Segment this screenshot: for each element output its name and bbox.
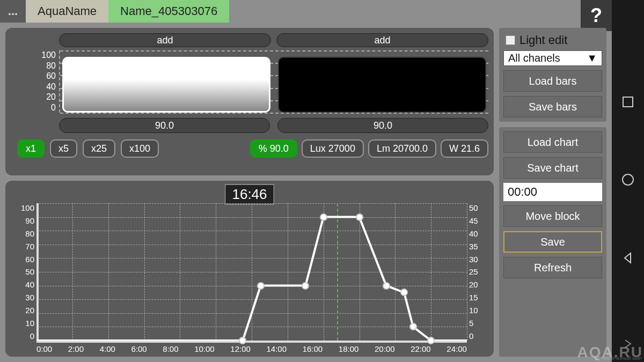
chart-y-axis-left: 10090 8070 6050 4030 2010 0 — [11, 203, 34, 341]
chart-body[interactable] — [36, 203, 467, 341]
watt-display: W 21.6 — [441, 139, 488, 158]
save-button[interactable]: Save — [503, 231, 602, 253]
chart-y-axis-right: 5045 4035 3025 2015 105 0 — [469, 203, 488, 341]
chart-controls-panel: Load chart Save chart 00:00 Move block S… — [499, 127, 606, 357]
chart-point[interactable] — [356, 213, 363, 221]
move-block-button[interactable]: Move block — [503, 205, 602, 227]
menu-button[interactable]: ... — [0, 0, 26, 23]
time-input[interactable]: 00:00 — [503, 183, 602, 201]
add-button-1[interactable]: add — [59, 33, 271, 47]
bars-panel: add add 1008060 40200 — [5, 28, 494, 175]
chart-point[interactable] — [239, 337, 246, 344]
lumen-display: Lm 20700.0 — [368, 139, 436, 158]
chart-point[interactable] — [320, 213, 327, 221]
chart-x-axis: 0:002:00 4:006:00 8:0010:00 12:0014:00 1… — [36, 344, 467, 353]
svg-point-1 — [623, 174, 633, 185]
bar-slot-2[interactable] — [278, 50, 486, 113]
chart-point[interactable] — [302, 282, 309, 290]
chevron-down-icon: ▼ — [587, 52, 597, 64]
channels-dropdown[interactable]: All chanels▼ — [503, 50, 602, 66]
top-bar: ... AquaName Name_405303076 — [0, 0, 612, 23]
clock-display: 16:46 — [224, 184, 274, 205]
nav-recent-icon[interactable] — [621, 95, 634, 110]
save-bars-button[interactable]: Save bars — [503, 96, 602, 117]
chart-point[interactable] — [257, 282, 265, 290]
percent-display[interactable]: % 90.0 — [250, 139, 297, 158]
bar-slot-1[interactable] — [62, 50, 270, 113]
chart-point[interactable] — [400, 289, 408, 296]
tab-device[interactable]: Name_405303076 — [108, 0, 229, 23]
help-button[interactable]: ? — [581, 0, 612, 31]
chart-point[interactable] — [427, 337, 435, 344]
mult-x5-button[interactable]: x5 — [50, 139, 77, 158]
light-edit-panel: Light edit All chanels▼ Load bars Save b… — [499, 28, 606, 122]
load-chart-button[interactable]: Load chart — [503, 131, 602, 153]
add-button-2[interactable]: add — [276, 33, 488, 47]
bar-value-1[interactable]: 90.0 — [59, 118, 270, 133]
android-nav-bar — [612, 0, 644, 362]
bar-grid — [59, 50, 488, 113]
mult-x25-button[interactable]: x25 — [83, 139, 115, 158]
refresh-button[interactable]: Refresh — [503, 257, 602, 278]
chart-point[interactable] — [383, 282, 390, 290]
mult-x100-button[interactable]: x100 — [121, 139, 159, 158]
nav-back-icon[interactable] — [621, 252, 634, 267]
svg-rect-0 — [623, 97, 633, 107]
light-edit-label: Light edit — [519, 33, 567, 47]
save-chart-button[interactable]: Save chart — [503, 157, 602, 179]
bar-y-axis: 1008060 40200 — [11, 50, 59, 113]
load-bars-button[interactable]: Load bars — [503, 70, 602, 92]
chart-point[interactable] — [409, 323, 417, 330]
mult-x1-button[interactable]: x1 — [17, 139, 45, 158]
light-edit-checkbox[interactable] — [506, 35, 515, 45]
chart-panel: 16:46 10090 8070 6050 4030 2010 0 5045 4… — [5, 181, 494, 357]
lux-display: Lux 27000 — [302, 139, 364, 158]
watermark-sub: ПРОЗРАЧНЫЙ МИР — [602, 356, 642, 361]
tab-aquaname[interactable]: AquaName — [26, 0, 108, 23]
bar-value-2[interactable]: 90.0 — [277, 118, 488, 133]
nav-home-icon[interactable] — [621, 173, 635, 189]
